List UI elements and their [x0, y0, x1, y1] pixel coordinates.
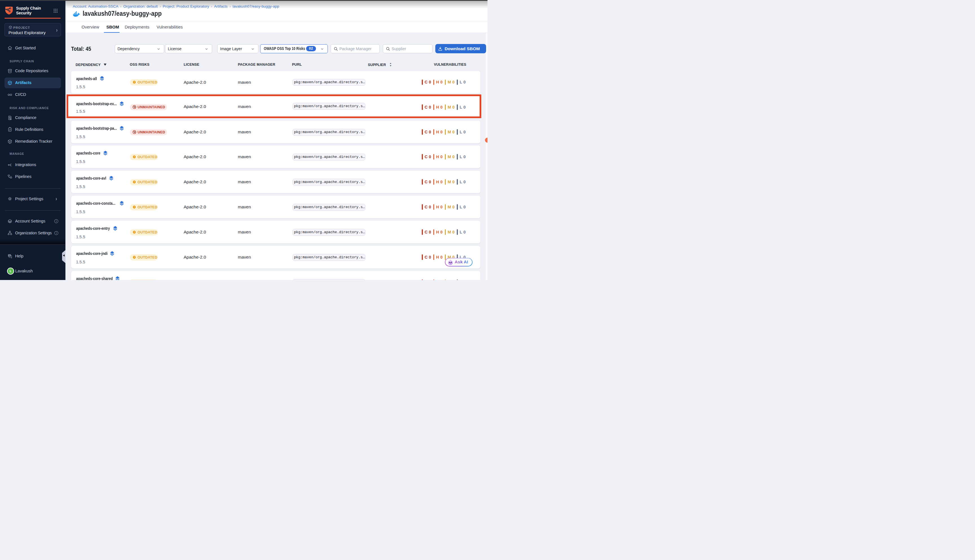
svg-text:?: ? — [9, 254, 10, 257]
